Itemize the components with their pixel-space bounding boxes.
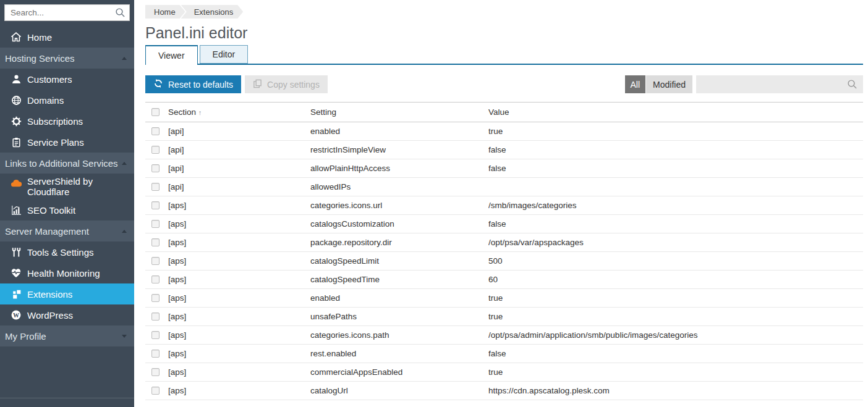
reset-to-defaults-button[interactable]: Reset to defaults (145, 75, 241, 93)
sidebar-section-my-profile[interactable]: My Profile (0, 325, 134, 346)
cell-value: /opt/psa/admin/application/smb/public/im… (488, 326, 863, 345)
table-search (696, 75, 863, 93)
wrenches-icon (11, 246, 22, 258)
row-checkbox[interactable] (151, 183, 160, 191)
table-row: [aps]enabledtrue (145, 289, 863, 308)
row-checkbox[interactable] (151, 331, 160, 339)
table-row: [api]allowedIPs (145, 178, 863, 196)
column-header-value[interactable]: Value (488, 103, 863, 122)
sidebar-section-server-management[interactable]: Server Management (0, 220, 134, 241)
tabs: ViewerEditor (145, 45, 863, 65)
table-row: [aps]package.repository.dir/opt/psa/var/… (145, 233, 863, 252)
sidebar-item-service-plans[interactable]: Service Plans (0, 132, 134, 153)
cell-value: false (488, 345, 863, 363)
copy-icon (253, 79, 262, 90)
filter-all-button[interactable]: All (625, 75, 646, 93)
cell-value: true (488, 363, 863, 382)
table-row: [api]allowPlainHttpAccessfalse (145, 159, 863, 178)
cell-setting: categories.icons.url (310, 196, 488, 215)
cell-section: [aps] (168, 196, 310, 215)
sidebar-section-links-to-additional-services[interactable]: Links to Additional Services (0, 153, 134, 174)
sidebar-bottom-partial-item[interactable] (0, 398, 134, 407)
cell-section: [aps] (168, 233, 310, 252)
cell-section: [aps] (168, 215, 310, 233)
cell-section: [api] (168, 159, 310, 178)
breadcrumb-item-extensions[interactable]: Extensions (181, 5, 244, 19)
cell-section: [aps] (168, 271, 310, 289)
tab-viewer[interactable]: Viewer (145, 45, 198, 65)
sidebar-item-subscriptions[interactable]: Subscriptions (0, 111, 134, 132)
cell-section: [aps] (168, 326, 310, 345)
cell-setting: enabled (310, 289, 488, 308)
row-checkbox[interactable] (151, 238, 160, 246)
table-row: [aps]categories.icons.url/smb/images/cat… (145, 196, 863, 215)
table-row: [aps]commercialAppsEnabledtrue (145, 363, 863, 382)
row-checkbox[interactable] (151, 313, 160, 321)
search-icon (847, 79, 857, 92)
cell-value: false (488, 141, 863, 159)
row-checkbox[interactable] (151, 387, 160, 395)
table-row: [aps]catalogSpeedLimit500 (145, 252, 863, 271)
cell-value: /smb/images/categories (488, 196, 863, 215)
gear-icon (11, 115, 22, 127)
table-row: [api]enabledtrue (145, 122, 863, 141)
sidebar: HomeHosting ServicesCustomersDomainsSubs… (0, 0, 134, 407)
row-checkbox[interactable] (151, 127, 160, 135)
sidebar-item-health-monitoring[interactable]: Health Monitoring (0, 262, 134, 283)
sidebar-item-customers[interactable]: Customers (0, 69, 134, 90)
cell-setting: restrictInSimpleView (310, 141, 488, 159)
sidebar-item-home[interactable]: Home (0, 27, 134, 48)
plesk-app: HomeHosting ServicesCustomersDomainsSubs… (0, 0, 868, 407)
wordpress-icon: W (11, 309, 22, 321)
extensions-blocks-icon (11, 288, 22, 300)
row-checkbox[interactable] (151, 350, 160, 358)
row-checkbox[interactable] (151, 146, 160, 154)
sidebar-item-tools-settings[interactable]: Tools & Settings (0, 241, 134, 262)
row-checkbox[interactable] (151, 275, 160, 283)
cell-setting: unsafePaths (310, 308, 488, 326)
table-row: [api]restrictInSimpleViewfalse (145, 141, 863, 159)
copy-settings-button[interactable]: Copy settings (245, 75, 328, 93)
row-checkbox[interactable] (151, 164, 160, 172)
cell-value: false (488, 159, 863, 178)
table-row: [aps]catalogUrlhttps://cdn.apscatalog.pl… (145, 382, 863, 400)
cell-value: false (488, 215, 863, 233)
row-checkbox[interactable] (151, 368, 160, 376)
table-row: [aps]rest.enabledfalse (145, 345, 863, 363)
cell-setting: catalogSpeedLimit (310, 252, 488, 271)
cell-section: [aps] (168, 289, 310, 308)
svg-text:W: W (13, 312, 19, 319)
table-search-input[interactable] (696, 75, 863, 93)
sidebar-search-input[interactable] (4, 4, 130, 21)
row-checkbox[interactable] (151, 201, 160, 209)
cell-setting: categories.icons.path (310, 326, 488, 345)
globe-icon (11, 94, 22, 106)
sidebar-section-hosting-services[interactable]: Hosting Services (0, 48, 134, 69)
column-header-section[interactable]: Section ↑ (168, 103, 310, 122)
cell-section: [aps] (168, 363, 310, 382)
sidebar-item-extensions[interactable]: Extensions (0, 283, 134, 304)
sidebar-item-seo-toolkit[interactable]: SEO Toolkit (0, 199, 134, 220)
select-all-checkbox[interactable] (151, 108, 160, 116)
cell-section: [aps] (168, 252, 310, 271)
sidebar-nav: HomeHosting ServicesCustomersDomainsSubs… (0, 27, 134, 346)
cell-value: true (488, 122, 863, 141)
cell-value: 60 (488, 271, 863, 289)
row-checkbox[interactable] (151, 220, 160, 228)
row-checkbox[interactable] (151, 294, 160, 302)
row-checkbox[interactable] (151, 257, 160, 265)
cell-value: true (488, 308, 863, 326)
cell-section: [api] (168, 178, 310, 196)
cell-setting: allowedIPs (310, 178, 488, 196)
breadcrumb-item-home[interactable]: Home (145, 5, 185, 19)
cell-section: [api] (168, 141, 310, 159)
user-icon (11, 73, 22, 85)
sidebar-item-servershield-by-cloudflare[interactable]: ServerShield by Cloudflare (0, 174, 134, 199)
tab-editor[interactable]: Editor (200, 45, 249, 64)
sidebar-item-wordpress[interactable]: WWordPress (0, 304, 134, 325)
sidebar-item-domains[interactable]: Domains (0, 90, 134, 111)
filter-modified-button[interactable]: Modified (646, 75, 692, 93)
column-header-setting[interactable]: Setting (310, 103, 488, 122)
table-header-row: Section ↑ Setting Value (145, 103, 863, 122)
seo-chart-icon (11, 204, 22, 216)
